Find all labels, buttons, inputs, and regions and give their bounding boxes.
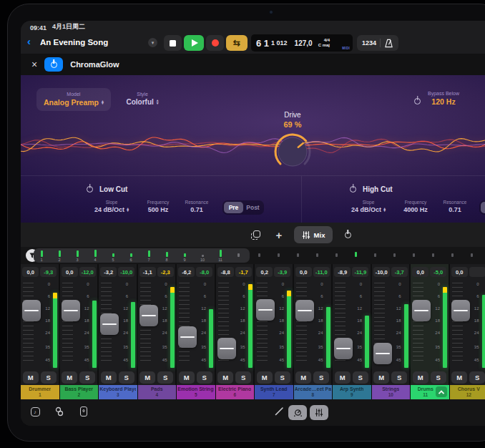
mute-button[interactable]: M bbox=[413, 371, 428, 384]
fader-handle[interactable] bbox=[373, 343, 392, 364]
fader-value-badge[interactable]: 0,0 bbox=[451, 267, 468, 277]
model-selector[interactable]: Model Analog Preamp ▴▾ bbox=[36, 88, 111, 111]
fader-value-badge[interactable]: -6,2 bbox=[178, 267, 195, 277]
solo-button[interactable]: S bbox=[313, 371, 329, 384]
mute-button[interactable]: M bbox=[451, 371, 467, 384]
track-name-banner[interactable]: Emotion Strings5 bbox=[177, 385, 216, 399]
bypass-below-control[interactable]: Bypass Below 120 Hz bbox=[420, 91, 467, 106]
stop-button[interactable] bbox=[164, 35, 182, 51]
controls-view-button[interactable] bbox=[288, 405, 307, 420]
track-name-banner[interactable]: Arp Synth9 bbox=[333, 385, 372, 399]
peak-value-badge[interactable] bbox=[469, 267, 485, 277]
fader-handle[interactable] bbox=[62, 300, 80, 321]
song-title[interactable]: An Evening Song bbox=[40, 38, 108, 47]
low-cut-frequency[interactable]: Frequency 500 Hz bbox=[141, 200, 175, 213]
lcd-display[interactable]: 6 1 1 012 127,0 4/4 C maj MIDI bbox=[251, 34, 353, 52]
mute-button[interactable]: M bbox=[23, 371, 39, 384]
pencil-icon[interactable] bbox=[274, 406, 285, 417]
fader-handle[interactable] bbox=[22, 300, 41, 321]
fader-handle[interactable] bbox=[412, 300, 431, 321]
fader-handle[interactable] bbox=[178, 326, 197, 348]
solo-button[interactable]: S bbox=[41, 371, 57, 384]
track-name-banner[interactable]: Bass Player2 bbox=[60, 385, 99, 399]
fader-handle[interactable] bbox=[256, 299, 275, 321]
mute-button[interactable]: M bbox=[373, 371, 389, 384]
fader-handle[interactable] bbox=[334, 338, 353, 359]
peak-value-badge[interactable]: -10,0 bbox=[118, 267, 134, 277]
fader-value-badge[interactable]: -10,0 bbox=[373, 267, 390, 277]
track-name-banner[interactable]: Drummer1 bbox=[21, 385, 60, 399]
play-button[interactable] bbox=[184, 35, 204, 51]
peak-value-badge[interactable]: -2,3 bbox=[157, 267, 174, 277]
peak-value-badge[interactable]: -12,0 bbox=[79, 267, 96, 277]
fader-value-badge[interactable]: 0,0 bbox=[22, 267, 39, 277]
solo-button[interactable]: S bbox=[353, 371, 368, 384]
loops-browser-button[interactable]: ♪ bbox=[29, 405, 41, 418]
fader-value-badge[interactable]: -1,1 bbox=[139, 267, 156, 277]
mute-button[interactable]: M bbox=[335, 371, 351, 384]
high-cut-power-icon[interactable] bbox=[350, 186, 356, 193]
high-cut-frequency[interactable]: Frequency 4000 Hz bbox=[398, 200, 433, 213]
fader-handle[interactable] bbox=[217, 338, 236, 359]
solo-button[interactable]: S bbox=[119, 371, 134, 384]
mute-button[interactable]: M bbox=[217, 371, 233, 384]
peak-value-badge[interactable]: -1,7 bbox=[235, 267, 252, 277]
track-name-banner[interactable]: Electric Piano6 bbox=[216, 385, 255, 399]
mute-button[interactable]: M bbox=[139, 371, 155, 384]
fader-value-badge[interactable]: 0,2 bbox=[256, 267, 273, 277]
level-control[interactable]: Level 0.0 bbox=[474, 91, 485, 106]
back-chevron-icon[interactable]: ‹ bbox=[27, 35, 31, 47]
play-surface-button[interactable] bbox=[77, 405, 90, 418]
mute-button[interactable]: M bbox=[257, 371, 273, 384]
track-name-banner[interactable]: Chorus V12 bbox=[450, 385, 485, 399]
cycle-button[interactable]: ⇆ bbox=[226, 35, 248, 51]
count-in-button[interactable]: 1234 bbox=[362, 39, 376, 47]
peak-value-badge[interactable]: -9,3 bbox=[40, 267, 57, 277]
fader-handle[interactable] bbox=[139, 305, 158, 326]
fader-handle[interactable] bbox=[100, 313, 119, 335]
high-cut-slope[interactable]: Slope 24 dB/Oct ▴▾ bbox=[346, 200, 391, 213]
peak-value-badge[interactable]: -11,9 bbox=[352, 267, 368, 277]
solo-button[interactable]: S bbox=[391, 371, 407, 384]
song-menu-button[interactable]: ▾ bbox=[148, 38, 157, 47]
mixer-power-button[interactable] bbox=[339, 226, 356, 243]
peak-value-badge[interactable]: -11,0 bbox=[313, 267, 330, 277]
track-name-banner[interactable]: Synth Lead7 bbox=[255, 385, 294, 399]
fader-value-badge[interactable]: 0,0 bbox=[62, 267, 78, 277]
fader-value-badge[interactable]: 0,0 bbox=[412, 267, 428, 277]
duplicate-button[interactable] bbox=[247, 226, 264, 243]
style-selector[interactable]: Style Colorful ▴▾ bbox=[117, 92, 168, 106]
solo-button[interactable]: S bbox=[469, 371, 485, 384]
low-cut-power-icon[interactable] bbox=[87, 186, 93, 193]
fader-handle[interactable] bbox=[451, 300, 470, 321]
peak-value-badge[interactable]: -3,9 bbox=[274, 267, 290, 277]
drive-knob[interactable] bbox=[272, 131, 313, 172]
overview-scroll-window[interactable]: 1234567891011 bbox=[34, 248, 250, 263]
fader-value-badge[interactable]: 0,0 bbox=[295, 267, 312, 277]
solo-button[interactable]: S bbox=[275, 371, 290, 384]
record-button[interactable] bbox=[206, 35, 224, 51]
add-track-button[interactable]: + bbox=[270, 226, 288, 243]
expand-track-button[interactable] bbox=[436, 386, 447, 397]
mute-button[interactable]: M bbox=[62, 371, 77, 384]
fader-value-badge[interactable]: -3,2 bbox=[100, 267, 117, 277]
solo-button[interactable]: S bbox=[79, 371, 95, 384]
peak-value-badge[interactable]: -8,0 bbox=[196, 267, 212, 277]
track-name-banner[interactable]: Strings10 bbox=[372, 385, 411, 399]
track-name-banner[interactable]: Pads4 bbox=[138, 385, 177, 399]
track-name-banner[interactable]: Keyboard Player3 bbox=[99, 385, 138, 399]
mix-view-button[interactable]: Mix bbox=[294, 226, 333, 243]
mute-button[interactable]: M bbox=[179, 371, 195, 384]
metronome-icon[interactable] bbox=[384, 39, 393, 48]
mixer-view-button[interactable] bbox=[310, 405, 328, 420]
fader-value-badge[interactable]: -8,9 bbox=[334, 267, 351, 277]
high-cut-resonance[interactable]: Resonance 0.71 bbox=[438, 200, 472, 213]
close-plugin-icon[interactable]: × bbox=[31, 59, 37, 69]
solo-button[interactable]: S bbox=[197, 371, 212, 384]
peak-value-badge[interactable]: -3,7 bbox=[391, 267, 408, 277]
mute-button[interactable]: M bbox=[101, 371, 117, 384]
pre-button[interactable]: Pre bbox=[481, 202, 485, 213]
low-cut-slope[interactable]: Slope 24 dB/Oct ▴▾ bbox=[89, 200, 134, 213]
track-name-banner[interactable]: Drums11 bbox=[411, 385, 450, 399]
pre-button[interactable]: Pre bbox=[224, 202, 243, 213]
